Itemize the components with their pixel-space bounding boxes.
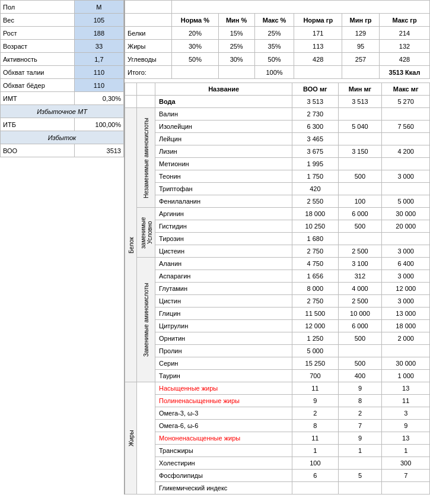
nutrient-value: 2 750: [292, 295, 338, 308]
nutrient-value: [338, 133, 382, 145]
nutrient-value: 3 513: [292, 96, 338, 108]
nutrient-value: 3 100: [338, 258, 382, 270]
top-col-header: Мин %: [218, 14, 254, 27]
nutrient-name: Пролин: [155, 345, 292, 357]
nutrient-value: 500: [338, 332, 382, 345]
nutrient-value: 1 656: [292, 270, 338, 283]
left-row-label: Вес: [1, 14, 75, 27]
nutrient-value: [338, 482, 382, 495]
nutrient-name: Аргинин: [155, 208, 292, 220]
nutrient-value: 312: [338, 270, 382, 283]
nutrient-value: 3 675: [292, 145, 338, 158]
left-row-label: Обхват бёдер: [1, 79, 75, 92]
nutrient-value: 1: [338, 445, 382, 457]
left-row-value: 3513: [74, 144, 123, 157]
nutrient-name: Лизин: [155, 145, 292, 158]
nutrient-name: Гистидин: [155, 220, 292, 233]
nutrient-name: Метионин: [155, 158, 292, 170]
nutrient-name: Глутамин: [155, 283, 292, 295]
nutrient-value: 3 000: [382, 170, 430, 183]
left-row-label: Пол: [1, 1, 75, 14]
nutrient-name: Цитрулин: [155, 320, 292, 332]
group-label-belok: Белок: [125, 108, 137, 382]
nutrient-value: 3 465: [292, 133, 338, 145]
left-merged-label: Избыточное МТ: [1, 105, 124, 118]
nutrient-value: [338, 345, 382, 357]
nutrient-name: Аланин: [155, 258, 292, 270]
nutrient-value: [382, 108, 430, 121]
nutrient-value: 5 000: [382, 195, 430, 208]
nutrient-name: Глицин: [155, 308, 292, 320]
top-col-header: Макс %: [254, 14, 294, 27]
nutrient-value: 2 500: [338, 245, 382, 258]
nutrient-name: Изолейцин: [155, 121, 292, 133]
diet-cell: 50%: [254, 53, 294, 66]
diet-cell: 171: [294, 27, 342, 40]
nutrient-value: 12 000: [382, 283, 430, 295]
nutrient-value: 7 560: [382, 121, 430, 133]
nutrient-value: 8: [338, 395, 382, 407]
nutrient-value: 3 000: [382, 295, 430, 308]
nutrient-value: 2 750: [292, 245, 338, 258]
diet-cell: 113: [294, 40, 342, 53]
nutrient-value: 10 000: [338, 308, 382, 320]
nutrient-value: 100: [338, 195, 382, 208]
diet-cell: 95: [342, 40, 380, 53]
diet-cell: 132: [380, 40, 430, 53]
left-row-label: Возраст: [1, 40, 75, 53]
left-row-label: Рост: [1, 27, 75, 40]
nutrient-value: 9: [382, 420, 430, 432]
nutrient-value: 3: [382, 407, 430, 420]
nutrient-value: [292, 482, 338, 495]
left-row-label: ИТБ: [1, 118, 75, 131]
nutrient-value: 15 250: [292, 357, 338, 370]
nutrient-value: 700: [292, 370, 338, 382]
nutrient-value: 30 000: [382, 357, 430, 370]
nutrient-value: 1 680: [292, 233, 338, 245]
nutrient-name: Фенилаланин: [155, 195, 292, 208]
diet-cell: 20%: [172, 27, 218, 40]
nutrient-name: Цистин: [155, 295, 292, 308]
nutrient-value: 7: [338, 420, 382, 432]
nutrient-value: 1 000: [382, 370, 430, 382]
subgroup-label: Незаменимые аминокислоты: [137, 108, 155, 208]
nutrient-name: Цистеин: [155, 245, 292, 258]
nutrient-value: 3 000: [382, 270, 430, 283]
nutrient-value: [382, 183, 430, 195]
main-nutrient-table: НазваниеВОО мгМин мгМакс мг Вода3 5133 5…: [125, 83, 430, 495]
nutrient-value: [382, 233, 430, 245]
nutrient-value: 5 000: [292, 345, 338, 357]
nutrient-value: 6: [292, 470, 338, 482]
diet-cell: 214: [380, 27, 430, 40]
left-row-value: 105: [74, 14, 123, 27]
nutrient-value: [338, 233, 382, 245]
subgroup-cell: [137, 96, 155, 108]
top-col-header: Норма гр: [294, 14, 342, 27]
nutrient-name: Холестирин: [155, 457, 292, 470]
nutrient-value: 5: [338, 470, 382, 482]
nutrient-name: Гликемический индекс: [155, 482, 292, 495]
nutrient-value: 2: [338, 407, 382, 420]
nutrient-name: Орнитин: [155, 332, 292, 345]
left-panel: ПолМВес105Рост188Возраст33Активность1,7О…: [0, 0, 125, 495]
nutrient-name: Мононенасыщенные жиры: [155, 432, 292, 445]
diet-cell: 129: [342, 27, 380, 40]
left-row-label: ВОО: [1, 144, 75, 157]
diet-cell: 257: [342, 53, 380, 66]
nutrient-value: 30 000: [382, 208, 430, 220]
diet-row-name: Углеводы: [125, 53, 172, 66]
nutrient-value: 4 200: [382, 145, 430, 158]
left-row-label: Активность: [1, 53, 75, 66]
nutrient-value: 6 000: [338, 320, 382, 332]
left-row-value: 110: [74, 66, 123, 79]
nutrient-value: 500: [338, 357, 382, 370]
nutrient-value: 11: [292, 432, 338, 445]
nutrient-value: 18 000: [382, 320, 430, 332]
nutrient-value: 4 000: [338, 283, 382, 295]
nutrient-value: 4 750: [292, 258, 338, 270]
diet-cell: 25%: [218, 40, 254, 53]
nutrient-value: 13: [382, 432, 430, 445]
nutrient-value: 9: [338, 382, 382, 395]
nutrient-value: 11 500: [292, 308, 338, 320]
diet-kcal: 3513 Ккал: [380, 66, 430, 79]
